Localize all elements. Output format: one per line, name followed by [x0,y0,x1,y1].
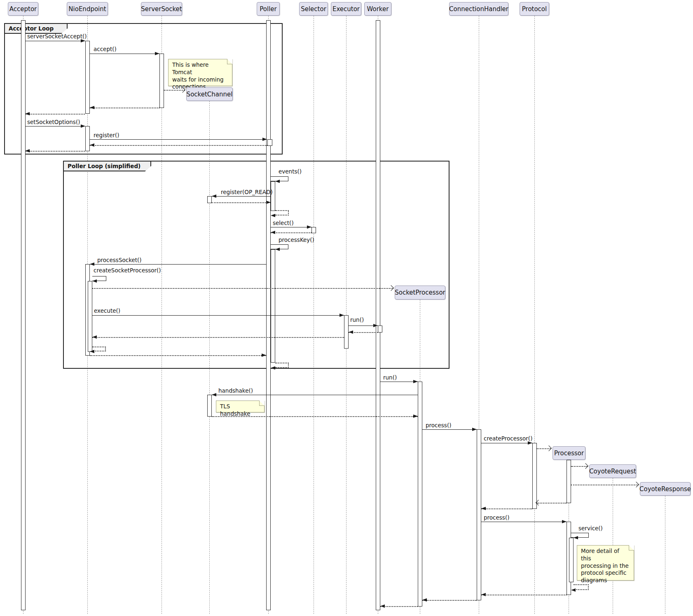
activation-poller-processkey [271,249,275,363]
arrowhead-icon [262,138,267,141]
activation-poller-events [271,181,275,211]
arrowhead-icon [92,335,97,339]
lifeline-protocol [534,16,535,614]
note-fold-line-icon [227,59,232,64]
arrowhead-icon [574,536,578,539]
activation-executor [344,315,349,349]
message-label: setSocketOptions() [27,119,80,125]
arrowhead-icon [212,194,216,198]
arrowhead-icon [528,441,532,445]
return-line [481,508,532,509]
return-line [212,202,271,203]
arrowhead-icon [275,248,280,251]
object-processor: Processor [553,446,585,460]
return-line [380,606,418,607]
self-return-service [574,584,589,590]
return-line [90,145,267,146]
activation-worker [376,20,380,610]
arrowhead-icon [339,314,344,317]
note-line: waits for incoming [172,76,228,84]
message-line-execute [92,315,344,316]
message-line-process-processor [481,522,567,522]
return-line [25,114,85,115]
activation-protocol [532,443,537,509]
message-line-serversocketaccept [25,41,85,41]
activation-nioendpoint-setsocketoptions [85,126,90,151]
object-coyoteresponse: CoyoteResponse [640,482,691,496]
participant-protocol: Protocol [520,2,549,16]
message-label: createProcessor() [484,435,532,442]
self-return-events [275,210,289,215]
arrowhead-icon [380,604,385,608]
note-line: processing in the [581,562,630,570]
arrowhead-icon [275,180,280,183]
message-line-handshake [212,395,418,395]
sequence-diagram: Acceptor Loop Poller Loop (simplified) s… [0,0,693,616]
participant-nioendpoint: NioEndpoint [67,2,108,16]
lifeline-coyoteresponse [665,496,665,614]
note-fold-line-icon [629,545,634,550]
arrowhead-icon [307,225,311,229]
note-tomcat-waits: This is where Tomcat waits for incoming … [168,59,232,86]
arrowhead-icon [271,214,275,217]
self-return-processkey [275,363,289,368]
message-label: process() [426,422,451,429]
note-line: This is where Tomcat [172,61,228,76]
participant-serversocket: ServerSocket [141,2,182,16]
arrowhead-icon [155,52,159,55]
message-line-select [271,227,311,227]
create-line-coyoteresponse [571,485,638,485]
arrowhead-icon [262,354,266,357]
note-fold-line-icon [259,401,265,406]
activation-nioendpoint-createsocketprocessor [88,281,92,352]
arrowhead-icon [90,350,94,353]
message-line-register [90,139,267,140]
return-line [422,600,477,601]
create-line-socketprocessor [92,288,393,289]
note-line: TLS handshake [220,403,260,418]
activation-acceptor [21,20,26,610]
object-socketprocessor: SocketProcessor [395,286,445,300]
message-label: run() [350,316,364,323]
return-line [481,595,567,595]
object-socketchannel: SocketChannel [186,87,233,101]
note-line: protocol specific [581,569,630,577]
return-line [271,232,311,233]
note-tls-handshake: TLS handshake [216,401,265,412]
message-line-register-opread [212,196,271,197]
return-line [92,337,344,338]
arrowhead-icon [92,279,97,283]
message-label: run() [383,374,397,381]
message-label: events() [279,168,302,175]
message-line-process-connectionhandler [422,429,477,430]
note-protocol-detail: More detail of this processing in the pr… [577,545,634,581]
participant-poller: Poller [257,2,280,16]
frame-acceptor-loop [4,23,283,155]
message-label: register(OP_READ) [221,189,273,195]
message-line-processsocket [90,264,266,265]
activation-poller-register [267,139,272,146]
activation-nioendpoint-accept [85,41,90,114]
arrowhead-icon [413,380,418,383]
message-label: createSocketProcessor() [94,267,161,274]
message-label: accept() [94,46,117,52]
arrowhead-icon [212,393,216,396]
arrowhead-icon [373,324,378,327]
arrowhead-icon [266,201,271,204]
message-line-createprocessor [481,443,532,443]
activation-socketchannel-register [207,196,212,203]
arrowhead-icon [562,520,567,523]
participant-executor: Executor [331,2,361,16]
activation-processor-create [567,460,571,503]
activation-processor-service [569,538,574,582]
message-line-setsocketoptions [25,126,85,126]
message-label: processKey() [279,237,314,243]
open-arrowhead-icon [546,445,552,451]
object-coyoterequest: CoyoteRequest [589,464,636,478]
arrowhead-icon [271,231,275,234]
message-label: register() [94,132,119,138]
participant-acceptor: Acceptor [8,2,38,16]
activation-worker-run [378,326,382,333]
message-label: select() [273,220,294,226]
note-line: diagrams [581,577,630,584]
